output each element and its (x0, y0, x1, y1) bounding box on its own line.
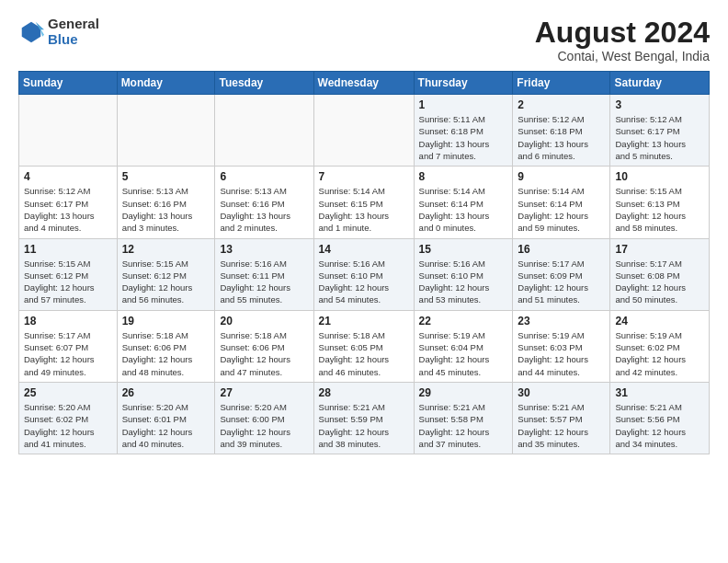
day-number: 19 (122, 315, 210, 327)
day-info-line: Sunset: 5:58 PM (419, 413, 508, 425)
day-info-line: Sunset: 6:10 PM (319, 270, 409, 282)
table-cell: 7Sunrise: 5:14 AMSunset: 6:15 PMDaylight… (313, 167, 414, 238)
day-info-line: Daylight: 12 hours (518, 353, 605, 365)
day-number: 22 (419, 315, 508, 327)
table-cell: 25Sunrise: 5:20 AMSunset: 6:02 PMDayligh… (19, 382, 118, 454)
day-number: 27 (220, 386, 308, 399)
day-info-line: Daylight: 12 hours (24, 282, 112, 293)
day-number: 11 (24, 243, 112, 256)
day-info-line: and 35 minutes. (518, 438, 605, 450)
day-number: 26 (122, 386, 210, 399)
day-info-line: Sunrise: 5:12 AM (518, 113, 605, 125)
day-info-line: and 39 minutes. (220, 438, 308, 450)
day-info-line: and 56 minutes. (122, 293, 210, 305)
day-number: 14 (319, 243, 409, 256)
day-number: 3 (615, 98, 704, 111)
header: General Blue August 2024 Contai, West Be… (18, 17, 710, 63)
day-info-line: Sunrise: 5:20 AM (24, 401, 112, 413)
day-info-line: and 53 minutes. (419, 293, 508, 305)
table-cell: 13Sunrise: 5:16 AMSunset: 6:11 PMDayligh… (215, 238, 313, 310)
table-cell: 10Sunrise: 5:15 AMSunset: 6:13 PMDayligh… (610, 167, 710, 238)
table-cell: 20Sunrise: 5:18 AMSunset: 6:06 PMDayligh… (215, 310, 313, 382)
day-info-line: Sunset: 6:02 PM (615, 341, 704, 353)
day-info-line: and 55 minutes. (220, 293, 308, 305)
day-number: 25 (24, 386, 112, 399)
day-info-line: and 59 minutes. (518, 222, 605, 234)
day-number: 10 (615, 170, 704, 183)
table-cell: 4Sunrise: 5:12 AMSunset: 6:17 PMDaylight… (19, 167, 118, 238)
day-info-line: Daylight: 12 hours (220, 282, 308, 293)
day-info-line: and 1 minute. (319, 222, 409, 234)
table-cell: 30Sunrise: 5:21 AMSunset: 5:57 PMDayligh… (513, 382, 610, 454)
day-info-line: and 0 minutes. (419, 222, 508, 234)
day-info-line: Sunrise: 5:21 AM (518, 401, 605, 413)
table-cell: 6Sunrise: 5:13 AMSunset: 6:16 PMDaylight… (215, 167, 313, 238)
col-sunday: Sunday (19, 72, 118, 95)
day-number: 31 (615, 386, 704, 399)
day-info-line: Daylight: 12 hours (518, 210, 605, 222)
day-info-line: and 44 minutes. (518, 366, 605, 378)
day-info-line: and 38 minutes. (319, 438, 409, 450)
day-info-line: Sunset: 6:04 PM (419, 341, 508, 353)
table-cell: 2Sunrise: 5:12 AMSunset: 6:18 PMDaylight… (513, 95, 610, 167)
col-monday: Monday (117, 72, 215, 95)
day-info-line: and 58 minutes. (615, 222, 704, 234)
table-cell: 5Sunrise: 5:13 AMSunset: 6:16 PMDaylight… (117, 167, 215, 238)
day-info-line: Daylight: 12 hours (122, 282, 210, 293)
day-info-line: Sunset: 6:07 PM (24, 341, 112, 353)
day-info-line: Sunset: 6:06 PM (122, 341, 210, 353)
day-info-line: Sunrise: 5:16 AM (319, 258, 409, 270)
calendar-week-5: 25Sunrise: 5:20 AMSunset: 6:02 PMDayligh… (19, 382, 710, 454)
day-info-line: and 57 minutes. (24, 293, 112, 305)
day-info-line: Daylight: 12 hours (220, 353, 308, 365)
day-info-line: and 47 minutes. (220, 366, 308, 378)
day-info-line: and 7 minutes. (419, 150, 508, 162)
day-info-line: Daylight: 12 hours (518, 426, 605, 438)
day-info-line: Daylight: 12 hours (122, 353, 210, 365)
day-number: 13 (220, 243, 308, 256)
table-cell: 23Sunrise: 5:19 AMSunset: 6:03 PMDayligh… (513, 310, 610, 382)
day-info-line: Sunrise: 5:14 AM (419, 185, 508, 197)
subtitle: Contai, West Bengal, India (535, 49, 710, 63)
table-cell: 11Sunrise: 5:15 AMSunset: 6:12 PMDayligh… (19, 238, 118, 310)
col-friday: Friday (513, 72, 610, 95)
day-info-line: Daylight: 12 hours (220, 426, 308, 438)
table-cell (117, 95, 215, 167)
day-info-line: Daylight: 12 hours (419, 282, 508, 293)
day-number: 6 (220, 170, 308, 183)
table-cell: 14Sunrise: 5:16 AMSunset: 6:10 PMDayligh… (313, 238, 414, 310)
table-cell (313, 95, 414, 167)
day-info-line: Daylight: 12 hours (419, 426, 508, 438)
day-info-line: Daylight: 13 hours (24, 210, 112, 222)
day-info-line: Sunrise: 5:14 AM (518, 185, 605, 197)
day-info-line: and 54 minutes. (319, 293, 409, 305)
day-number: 5 (122, 170, 210, 183)
day-info-line: and 49 minutes. (24, 366, 112, 378)
day-info-line: and 37 minutes. (419, 438, 508, 450)
table-cell: 12Sunrise: 5:15 AMSunset: 6:12 PMDayligh… (117, 238, 215, 310)
day-number: 20 (220, 315, 308, 327)
day-info-line: Sunrise: 5:21 AM (419, 401, 508, 413)
table-cell: 17Sunrise: 5:17 AMSunset: 6:08 PMDayligh… (610, 238, 710, 310)
day-info-line: Sunset: 6:14 PM (419, 198, 508, 210)
day-info-line: Sunset: 6:16 PM (122, 198, 210, 210)
day-info-line: and 40 minutes. (122, 438, 210, 450)
day-info-line: and 6 minutes. (518, 150, 605, 162)
table-cell: 3Sunrise: 5:12 AMSunset: 6:17 PMDaylight… (610, 95, 710, 167)
day-info-line: and 4 minutes. (24, 222, 112, 234)
day-info-line: Sunrise: 5:11 AM (419, 113, 508, 125)
day-info-line: Sunset: 5:57 PM (518, 413, 605, 425)
day-info-line: Daylight: 13 hours (319, 210, 409, 222)
day-info-line: and 5 minutes. (615, 150, 704, 162)
day-info-line: Sunset: 6:10 PM (419, 270, 508, 282)
col-tuesday: Tuesday (215, 72, 313, 95)
calendar-header-row: Sunday Monday Tuesday Wednesday Thursday… (19, 72, 710, 95)
table-cell: 28Sunrise: 5:21 AMSunset: 5:59 PMDayligh… (313, 382, 414, 454)
day-number: 12 (122, 243, 210, 256)
table-cell: 24Sunrise: 5:19 AMSunset: 6:02 PMDayligh… (610, 310, 710, 382)
day-info-line: Sunset: 6:02 PM (24, 413, 112, 425)
day-info-line: Daylight: 13 hours (419, 210, 508, 222)
table-cell: 1Sunrise: 5:11 AMSunset: 6:18 PMDaylight… (414, 95, 513, 167)
col-wednesday: Wednesday (313, 72, 414, 95)
day-info-line: and 42 minutes. (615, 366, 704, 378)
